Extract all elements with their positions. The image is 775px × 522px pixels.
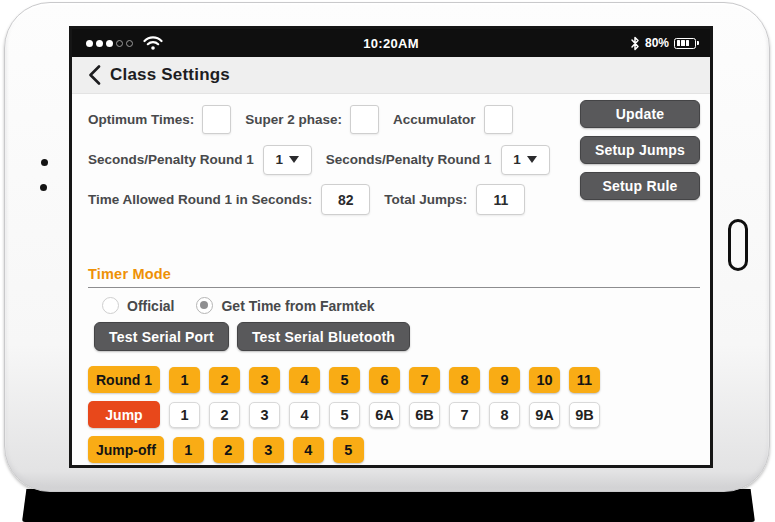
round1-chip[interactable]: 4: [289, 367, 320, 393]
round1-chip[interactable]: 3: [249, 367, 280, 393]
jump-chip[interactable]: 9A: [529, 402, 560, 428]
time-allowed-input[interactable]: 82: [321, 184, 370, 215]
round1-chip[interactable]: 2: [209, 367, 240, 393]
radio-selected-icon[interactable]: [196, 297, 213, 314]
round1-chip[interactable]: 6: [369, 367, 400, 393]
round1-chip[interactable]: 10: [529, 367, 560, 393]
status-bar: 10:20AM 80%: [72, 29, 710, 57]
seconds-penalty-2-value: 1: [513, 152, 521, 167]
timer-mode-section: Timer Mode Official Get Time from Farmte…: [88, 266, 700, 351]
jump-chip[interactable]: 5: [329, 402, 360, 428]
radio-get-time-farmtek[interactable]: Get Time from Farmtek: [196, 297, 374, 314]
jumpoff-chip[interactable]: 2: [213, 437, 244, 463]
app-header: Class Settings: [72, 57, 710, 94]
battery-icon: [674, 38, 696, 49]
tablet-frame: 10:20AM 80% Cla: [4, 2, 770, 492]
seconds-penalty-1-label: Seconds/Penalty Round 1: [88, 152, 254, 167]
round1-row: Round 1 1 2 3 4 5 6 7 8 9 10 11: [88, 366, 600, 393]
jumpoff-chip[interactable]: 4: [293, 437, 324, 463]
radio-official-label: Official: [127, 298, 174, 314]
jump-chip[interactable]: 8: [489, 402, 520, 428]
time-allowed-label: Time Allowed Round 1 in Seconds:: [88, 192, 312, 207]
accumulator-label: Accumulator: [393, 112, 476, 127]
seconds-penalty-2-dropdown[interactable]: 1: [501, 145, 550, 175]
test-serial-bluetooth-button[interactable]: Test Serial Bluetooth: [237, 322, 410, 351]
serial-test-buttons: Test Serial Port Test Serial Bluetooth: [94, 322, 700, 351]
total-jumps-label: Total Jumps:: [384, 192, 467, 207]
setup-jumps-button[interactable]: Setup Jumps: [580, 136, 700, 164]
bezel-mic-dot: [40, 184, 47, 191]
jumpoff-chip[interactable]: 5: [333, 437, 364, 463]
test-serial-port-button[interactable]: Test Serial Port: [94, 322, 229, 351]
round1-chip[interactable]: 1: [169, 367, 200, 393]
round1-chip[interactable]: 5: [329, 367, 360, 393]
dropdown-arrow-icon: [527, 156, 537, 163]
jump-chip[interactable]: 7: [449, 402, 480, 428]
back-chevron-icon[interactable]: [88, 65, 101, 85]
clock-time: 10:20AM: [72, 36, 710, 51]
round1-chip[interactable]: 7: [409, 367, 440, 393]
jump-tag: Jump: [88, 401, 160, 428]
side-buttons: Update Setup Jumps Setup Rule: [580, 100, 700, 200]
content: Optimum Times: Super 2 phase: Accumulato…: [72, 94, 710, 468]
radio-farmtek-label: Get Time from Farmtek: [221, 298, 374, 314]
jump-chip[interactable]: 1: [169, 402, 200, 428]
optimum-times-checkbox[interactable]: [202, 105, 231, 134]
time-allowed-row: Time Allowed Round 1 in Seconds: 82 Tota…: [88, 184, 578, 215]
round1-chip[interactable]: 9: [489, 367, 520, 393]
setup-rule-button[interactable]: Setup Rule: [580, 172, 700, 200]
jumpoff-chip[interactable]: 3: [253, 437, 284, 463]
update-button[interactable]: Update: [580, 100, 700, 128]
round1-tag: Round 1: [88, 366, 160, 393]
super-2-phase-checkbox[interactable]: [350, 105, 379, 134]
divider: [88, 287, 700, 288]
seconds-penalty-2-label: Seconds/Penalty Round 1: [326, 152, 492, 167]
dropdown-arrow-icon: [289, 156, 299, 163]
bezel-mic-dot: [41, 159, 48, 166]
super-2-phase-label: Super 2 phase:: [245, 112, 342, 127]
round1-jump-row: Jump 1 2 3 4 5 6A 6B 7 8 9A 9B: [88, 401, 600, 428]
optimum-times-label: Optimum Times:: [88, 112, 194, 127]
round1-chip[interactable]: 11: [569, 367, 600, 393]
rounds-area: Round 1 1 2 3 4 5 6 7 8 9 10 11 Ju: [88, 366, 600, 468]
jump-chip[interactable]: 3: [249, 402, 280, 428]
jump-chip[interactable]: 4: [289, 402, 320, 428]
seconds-penalty-1-dropdown[interactable]: 1: [263, 145, 312, 175]
checkbox-row: Optimum Times: Super 2 phase: Accumulato…: [88, 104, 578, 135]
app-screen: 10:20AM 80% Cla: [69, 26, 713, 468]
jumpoff-chip[interactable]: 1: [173, 437, 204, 463]
jump-chip[interactable]: 2: [209, 402, 240, 428]
jump-chip[interactable]: 6A: [369, 402, 400, 428]
radio-official[interactable]: Official: [102, 297, 174, 314]
jump-chip[interactable]: 6B: [409, 402, 440, 428]
battery-percent: 80%: [645, 36, 669, 50]
timer-mode-radios: Official Get Time from Farmtek: [102, 297, 700, 314]
class-settings-form: Optimum Times: Super 2 phase: Accumulato…: [88, 104, 578, 224]
tablet-shadow: [22, 489, 755, 522]
bezel-side-button: [728, 219, 748, 271]
page: 10:20AM 80% Cla: [0, 0, 775, 522]
bluetooth-icon: [630, 36, 640, 51]
radio-icon[interactable]: [102, 297, 119, 314]
round1-chip[interactable]: 8: [449, 367, 480, 393]
jump-chip[interactable]: 9B: [569, 402, 600, 428]
jumpoff-tag: Jump-off: [88, 436, 164, 463]
penalty-row: Seconds/Penalty Round 1 1 Seconds/Penalt…: [88, 144, 578, 175]
accumulator-checkbox[interactable]: [484, 105, 513, 134]
jumpoff-row: Jump-off 1 2 3 4 5: [88, 436, 600, 463]
timer-mode-heading: Timer Mode: [88, 266, 700, 282]
page-title: Class Settings: [110, 65, 230, 85]
seconds-penalty-1-value: 1: [276, 152, 284, 167]
total-jumps-input[interactable]: 11: [476, 184, 525, 215]
